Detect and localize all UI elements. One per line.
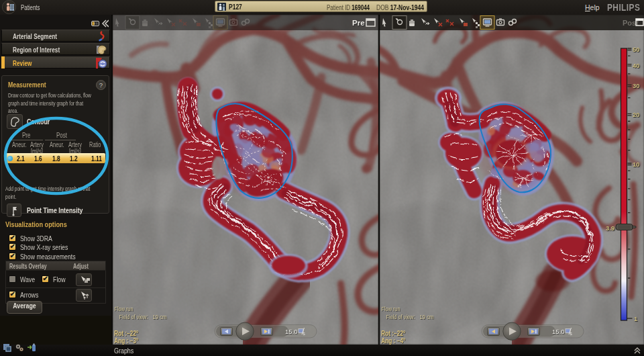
svg-text:30: 30	[633, 82, 640, 89]
svg-text:40: 40	[633, 62, 640, 69]
svg-text:Ang : −3°: Ang : −3°	[114, 337, 138, 345]
svg-text:Pre: Pre	[352, 19, 365, 27]
svg-text:19 cm: 19 cm	[153, 314, 167, 320]
svg-text:15.0: 15.0	[552, 328, 565, 335]
svg-text:1: 1	[634, 315, 638, 322]
svg-text:Flow run: Flow run	[382, 306, 400, 312]
svg-text:Field of view:: Field of view:	[386, 314, 415, 320]
svg-text:3.9: 3.9	[606, 224, 614, 232]
svg-text:15.0: 15.0	[285, 328, 298, 335]
svg-text:Flow run: Flow run	[115, 306, 133, 312]
svg-text:Ang : −4°: Ang : −4°	[381, 337, 405, 345]
svg-text:20: 20	[633, 111, 640, 118]
svg-text:10: 10	[633, 161, 640, 168]
svg-text:Field of view:: Field of view:	[119, 314, 148, 320]
svg-text:19 cm: 19 cm	[420, 314, 434, 320]
svg-text:Rot :−22°: Rot :−22°	[381, 330, 405, 337]
svg-text:Rot :−22°: Rot :−22°	[114, 330, 138, 337]
svg-text:50: 50	[633, 46, 640, 53]
